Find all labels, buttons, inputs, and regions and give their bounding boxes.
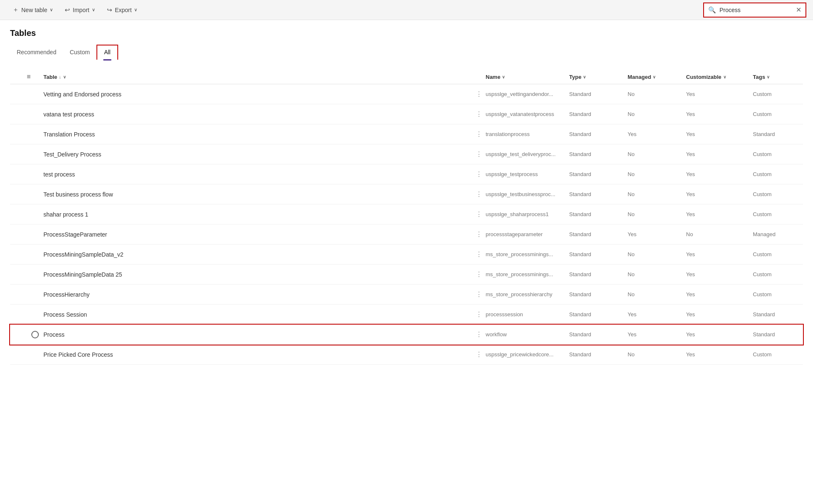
- row-dots[interactable]: ⋮: [473, 350, 486, 359]
- table-container: ≡ Table ↓ ∨ Name ∨ Type ∨ Managed ∨ Cust…: [10, 70, 803, 365]
- table-row[interactable]: Price Picked Core Process ⋮ uspsslge_pri…: [10, 345, 803, 365]
- row-tags: Custom: [753, 271, 803, 277]
- row-table-name[interactable]: shahar process 1: [43, 211, 473, 218]
- table-row[interactable]: shahar process 1 ⋮ uspsslge_shaharproces…: [10, 204, 803, 224]
- row-table-name[interactable]: Vetting and Endorsed process: [43, 91, 473, 98]
- table-row[interactable]: ProcessHierarchy ⋮ ms_store_processhiera…: [10, 285, 803, 305]
- row-customizable: Yes: [686, 351, 753, 358]
- row-name: uspsslge_vettingandendor...: [486, 91, 569, 97]
- import-label: Import: [73, 7, 89, 13]
- row-dots[interactable]: ⋮: [473, 310, 486, 319]
- row-table-name[interactable]: Price Picked Core Process: [43, 351, 473, 358]
- close-icon[interactable]: ✕: [796, 6, 801, 14]
- row-dots[interactable]: ⋮: [473, 149, 486, 159]
- tab-custom[interactable]: Custom: [63, 45, 96, 60]
- search-icon: 🔍: [708, 6, 716, 14]
- list-icon[interactable]: ≡: [27, 73, 30, 80]
- table-row[interactable]: Process Session ⋮ processsession Standar…: [10, 305, 803, 325]
- row-name: uspsslge_testbusinessproc...: [486, 191, 569, 197]
- row-dots[interactable]: ⋮: [473, 169, 486, 179]
- row-table-name[interactable]: Test business process flow: [43, 191, 473, 198]
- header-table[interactable]: Table ↓ ∨: [43, 74, 473, 80]
- table-row[interactable]: Test business process flow ⋮ uspsslge_te…: [10, 184, 803, 204]
- row-managed: No: [628, 211, 686, 217]
- row-dots[interactable]: ⋮: [473, 209, 486, 219]
- table-row[interactable]: ProcessMiningSampleData_v2 ⋮ ms_store_pr…: [10, 244, 803, 265]
- row-tags: Standard: [753, 331, 803, 338]
- row-type: Standard: [569, 131, 628, 137]
- row-customizable: Yes: [686, 251, 753, 257]
- header-customizable[interactable]: Customizable ∨: [686, 74, 753, 80]
- row-customizable: Yes: [686, 91, 753, 97]
- row-table-name[interactable]: Process Session: [43, 311, 473, 318]
- header-tags[interactable]: Tags ∨: [753, 74, 803, 80]
- export-icon: ↪: [107, 6, 112, 14]
- row-tags: Custom: [753, 211, 803, 217]
- row-customizable: Yes: [686, 331, 753, 338]
- row-type: Standard: [569, 311, 628, 318]
- row-table-name[interactable]: ProcessMiningSampleData_v2: [43, 251, 473, 258]
- row-name: ms_store_processminings...: [486, 251, 569, 257]
- header-name[interactable]: Name ∨: [486, 74, 569, 80]
- tags-chevron-icon: ∨: [767, 75, 770, 79]
- row-table-name[interactable]: Translation Process: [43, 131, 473, 138]
- row-dots[interactable]: ⋮: [473, 290, 486, 299]
- row-type: Standard: [569, 271, 628, 277]
- row-managed: No: [628, 171, 686, 177]
- row-dots[interactable]: ⋮: [473, 89, 486, 99]
- row-customizable: Yes: [686, 171, 753, 177]
- import-button[interactable]: ↩ Import ∨: [59, 3, 101, 17]
- row-type: Standard: [569, 291, 628, 297]
- header-type[interactable]: Type ∨: [569, 74, 628, 80]
- row-table-name[interactable]: ProcessHierarchy: [43, 291, 473, 298]
- row-customizable: Yes: [686, 291, 753, 297]
- row-name: ms_store_processminings...: [486, 271, 569, 277]
- row-type: Standard: [569, 351, 628, 358]
- row-managed: Yes: [628, 311, 686, 318]
- row-dots[interactable]: ⋮: [473, 109, 486, 119]
- row-dots[interactable]: ⋮: [473, 330, 486, 339]
- table-row[interactable]: test process ⋮ uspsslge_testprocess Stan…: [10, 164, 803, 184]
- table-row[interactable]: ProcessMiningSampleData 25 ⋮ ms_store_pr…: [10, 265, 803, 285]
- row-managed: Yes: [628, 231, 686, 237]
- header-table-label: Table: [43, 74, 57, 80]
- table-chevron-icon: ∨: [63, 75, 66, 79]
- row-table-name[interactable]: Process: [43, 331, 473, 338]
- export-button[interactable]: ↪ Export ∨: [101, 3, 143, 17]
- row-dots[interactable]: ⋮: [473, 270, 486, 279]
- table-row[interactable]: vatana test process ⋮ uspsslge_vatanates…: [10, 104, 803, 124]
- tab-recommended[interactable]: Recommended: [10, 45, 63, 60]
- table-row[interactable]: Translation Process ⋮ translationprocess…: [10, 124, 803, 144]
- row-managed: Yes: [628, 331, 686, 338]
- row-dots[interactable]: ⋮: [473, 249, 486, 259]
- row-name: translationprocess: [486, 131, 569, 137]
- row-tags: Custom: [753, 291, 803, 297]
- name-chevron-icon: ∨: [502, 75, 505, 79]
- row-tags: Custom: [753, 91, 803, 97]
- row-table-name[interactable]: ProcessMiningSampleData 25: [43, 271, 473, 278]
- table-row[interactable]: Process ⋮ workflow Standard Yes Yes Stan…: [10, 325, 803, 345]
- header-managed[interactable]: Managed ∨: [628, 74, 686, 80]
- header-type-label: Type: [569, 74, 581, 80]
- row-dots[interactable]: ⋮: [473, 229, 486, 239]
- row-tags: Standard: [753, 131, 803, 137]
- search-input[interactable]: [719, 7, 793, 13]
- row-table-name[interactable]: Test_Delivery Process: [43, 151, 473, 158]
- table-row[interactable]: Test_Delivery Process ⋮ uspsslge_test_de…: [10, 144, 803, 164]
- row-dots[interactable]: ⋮: [473, 189, 486, 199]
- radio-circle[interactable]: [31, 331, 39, 338]
- new-table-button[interactable]: ＋ New table ∨: [7, 3, 59, 17]
- row-managed: No: [628, 151, 686, 157]
- table-row[interactable]: Vetting and Endorsed process ⋮ uspsslge_…: [10, 84, 803, 104]
- row-type: Standard: [569, 191, 628, 197]
- row-table-name[interactable]: test process: [43, 171, 473, 178]
- row-dots[interactable]: ⋮: [473, 129, 486, 139]
- row-table-name[interactable]: vatana test process: [43, 111, 473, 118]
- tab-all[interactable]: All: [96, 45, 118, 60]
- import-chevron-icon: ∨: [92, 7, 95, 13]
- table-row[interactable]: ProcessStageParameter ⋮ processstagepara…: [10, 224, 803, 244]
- toolbar: ＋ New table ∨ ↩ Import ∨ ↪ Export ∨ 🔍 ✕: [0, 0, 813, 20]
- row-tags: Custom: [753, 251, 803, 257]
- customizable-chevron-icon: ∨: [723, 75, 726, 79]
- row-table-name[interactable]: ProcessStageParameter: [43, 231, 473, 238]
